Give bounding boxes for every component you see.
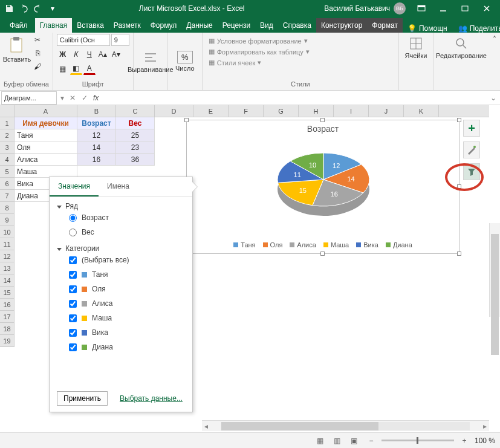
border-icon[interactable]: ▦ (57, 63, 69, 75)
scroll-right-icon[interactable]: ▸ (481, 422, 489, 430)
checkbox-item[interactable] (69, 314, 77, 322)
category-item[interactable]: Диана (57, 340, 185, 354)
bold-button[interactable]: Ж (57, 48, 69, 60)
italic-button[interactable]: К (70, 48, 82, 60)
tab-formulas[interactable]: Формул (146, 18, 182, 33)
cell[interactable]: Оля (15, 141, 77, 154)
view-normal-icon[interactable]: ▦ (314, 435, 327, 447)
tab-review[interactable]: Рецензи (218, 18, 255, 33)
column-header[interactable]: C (116, 105, 155, 117)
cell[interactable]: 23 (116, 141, 155, 154)
checkbox-item[interactable] (69, 300, 77, 308)
undo-icon[interactable] (17, 2, 30, 15)
underline-button[interactable]: Ч (83, 48, 96, 60)
cell[interactable]: Таня (15, 129, 77, 141)
chart-styles-button[interactable] (463, 141, 480, 158)
category-item[interactable]: Вика (57, 325, 185, 340)
user-area[interactable]: Василий Батькавич ВБ (324, 2, 406, 15)
collapse-icon[interactable] (57, 248, 62, 251)
tab-insert[interactable]: Вставка (72, 18, 109, 33)
cell[interactable]: Имя девочки (15, 117, 77, 129)
font-name-combo[interactable]: Calibri (Осн (57, 34, 110, 46)
qat-more-icon[interactable]: ▾ (46, 2, 59, 15)
zoom-out-icon[interactable]: − (365, 435, 378, 447)
row-header[interactable]: 7 (0, 190, 15, 202)
cut-icon[interactable]: ✂ (31, 34, 44, 46)
paste-button[interactable]: Вставить (4, 34, 30, 63)
cell[interactable]: Вес (116, 117, 155, 129)
fill-color-icon[interactable]: ◧ (70, 63, 82, 75)
tab-home[interactable]: Главная (35, 18, 73, 33)
row-header[interactable]: 3 (0, 141, 15, 154)
row-header[interactable]: 8 (0, 202, 15, 214)
chart-elements-button[interactable]: + (463, 120, 480, 137)
category-item[interactable]: Оля (57, 282, 185, 296)
font-grow-icon[interactable]: A▴ (97, 48, 109, 60)
checkbox-item[interactable] (69, 343, 77, 351)
chart-title[interactable]: Возраст (187, 120, 459, 137)
cell[interactable]: Маша (15, 166, 77, 178)
column-header[interactable]: G (264, 105, 299, 117)
cell[interactable]: 25 (116, 129, 155, 141)
row-header[interactable]: 6 (0, 178, 15, 190)
filter-tab-names[interactable]: Имена (99, 177, 138, 196)
editing-button[interactable]: Редактирование (437, 34, 485, 59)
checkbox-item[interactable] (69, 329, 77, 337)
column-header[interactable]: F (229, 105, 264, 117)
number-format-button[interactable]: % Число (172, 48, 198, 72)
collapse-icon[interactable] (57, 206, 62, 209)
format-as-table[interactable]: ▦ Форматировать как таблицу ▾ (206, 47, 312, 56)
row-header[interactable]: 15 (0, 287, 15, 299)
tab-data[interactable]: Данные (181, 18, 217, 33)
vertical-scrollbar[interactable] (489, 223, 500, 317)
namebox-dropdown-icon[interactable]: ▾ (58, 94, 67, 102)
view-page-break-icon[interactable]: ▣ (348, 435, 361, 447)
select-all-corner[interactable] (0, 105, 15, 117)
cell[interactable]: 16 (77, 154, 116, 166)
category-all[interactable]: (Выбрать все) (57, 253, 185, 267)
enter-formula-icon[interactable]: ✓ (79, 91, 91, 105)
radio-weight[interactable] (69, 229, 77, 236)
column-header[interactable]: I (334, 105, 369, 117)
series-age[interactable]: Возраст (57, 210, 185, 225)
row-header[interactable]: 13 (0, 262, 15, 274)
zoom-level[interactable]: 100 % (475, 437, 495, 445)
minimize-icon[interactable] (432, 0, 454, 17)
row-header[interactable]: 12 (0, 250, 15, 262)
ribbon-display-icon[interactable] (411, 0, 432, 17)
maximize-icon[interactable] (454, 0, 476, 17)
checkbox-all[interactable] (69, 256, 77, 264)
tell-me[interactable]: 💡Помощн (403, 24, 452, 33)
font-shrink-icon[interactable]: A▾ (110, 48, 122, 60)
tab-layout[interactable]: Разметк (109, 18, 146, 33)
copy-icon[interactable]: ⎘ (31, 47, 44, 59)
format-painter-icon[interactable]: 🖌 (31, 60, 44, 73)
tab-design[interactable]: Конструктор (316, 18, 367, 33)
save-icon[interactable] (2, 2, 16, 15)
alignment-button[interactable]: Выравнивание (137, 48, 164, 73)
row-header[interactable]: 10 (0, 226, 15, 238)
row-header[interactable]: 11 (0, 238, 15, 250)
row-header[interactable]: 16 (0, 299, 15, 311)
cell-styles[interactable]: ▦ Стили ячеек ▾ (206, 58, 264, 67)
view-page-layout-icon[interactable]: ▥ (331, 435, 344, 447)
expand-formula-icon[interactable]: ⌄ (487, 94, 500, 102)
filter-tab-values[interactable]: Значения (50, 177, 99, 196)
font-size-combo[interactable]: 9 (111, 34, 129, 46)
cell[interactable]: Возраст (77, 117, 116, 129)
checkbox-item[interactable] (69, 271, 77, 279)
tab-view[interactable]: Вид (255, 18, 278, 33)
row-header[interactable]: 18 (0, 323, 15, 335)
zoom-in-icon[interactable]: + (458, 435, 471, 447)
cells-button[interactable]: Ячейки (403, 34, 429, 59)
category-item[interactable]: Алиса (57, 296, 185, 311)
radio-age[interactable] (69, 214, 77, 222)
row-header[interactable]: 2 (0, 129, 15, 141)
column-header[interactable]: K (404, 105, 439, 117)
conditional-formatting[interactable]: ▦ Условное форматирование ▾ (206, 36, 310, 45)
formula-bar[interactable] (101, 91, 487, 105)
category-item[interactable]: Маша (57, 311, 185, 325)
cell[interactable]: 12 (77, 129, 116, 141)
fx-icon[interactable]: fx (93, 94, 99, 102)
row-header[interactable]: 5 (0, 166, 15, 178)
